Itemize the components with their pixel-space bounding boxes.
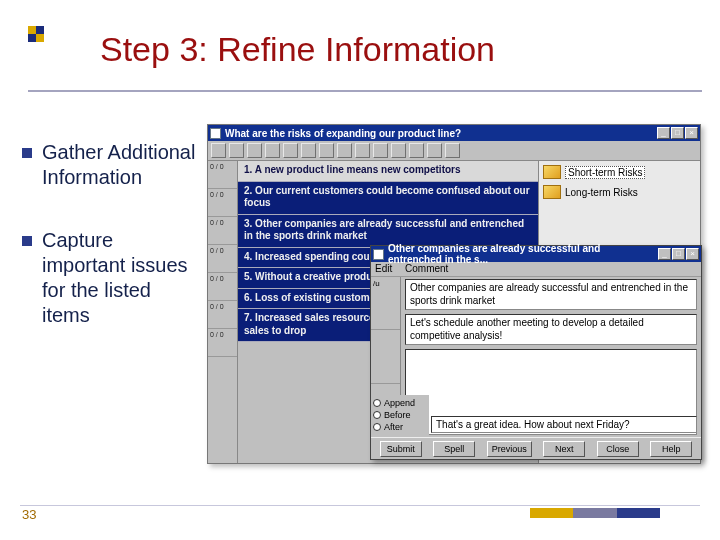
bullet-text: Capture important issues for the listed … [42, 228, 202, 328]
toolbar-button[interactable] [355, 143, 370, 158]
page-number: 33 [22, 507, 36, 522]
radio-after[interactable]: After [373, 422, 427, 432]
submit-button[interactable]: Submit [380, 441, 422, 457]
bullet-list: Gather Additional Information Capture im… [22, 140, 202, 366]
comment-input[interactable]: That's a great idea. How about next Frid… [431, 416, 697, 433]
list-item[interactable]: 2. Our current customers could become co… [238, 182, 538, 215]
title-underline [28, 90, 702, 92]
comment-dialog: Other companies are already successful a… [370, 245, 702, 460]
bullet-item: Gather Additional Information [22, 140, 202, 190]
gutter-cell [371, 330, 400, 383]
gutter-cell: 0 / 0 [208, 245, 237, 273]
gutter-cell: 0 / 0 [208, 273, 237, 301]
radio-before[interactable]: Before [373, 410, 427, 420]
toolbar-button[interactable] [337, 143, 352, 158]
toolbar-button[interactable] [247, 143, 262, 158]
footer-accent [530, 508, 660, 518]
toolbar-button[interactable] [409, 143, 424, 158]
toolbar-button[interactable] [229, 143, 244, 158]
dialog-title: Other companies are already successful a… [388, 243, 654, 265]
dialog-titlebar[interactable]: Other companies are already successful a… [371, 246, 701, 262]
gutter-cell: /u [371, 277, 400, 330]
menu-edit[interactable]: Edit [375, 263, 392, 274]
gutter-cell: 0 / 0 [208, 189, 237, 217]
menu-comment[interactable]: Comment [405, 263, 448, 274]
bullet-text: Gather Additional Information [42, 140, 202, 190]
close-button[interactable]: Close [597, 441, 639, 457]
list-item[interactable]: 1. A new product line means new competit… [238, 161, 538, 182]
category-label: Long-term Risks [565, 187, 638, 198]
radio-append[interactable]: Append [373, 398, 427, 408]
gutter-cell: 0 / 0 [208, 217, 237, 245]
footer-rule [20, 505, 700, 506]
previous-button[interactable]: Previous [487, 441, 532, 457]
folder-icon [543, 185, 561, 199]
insert-mode-group: Append Before After [371, 395, 429, 437]
app-titlebar[interactable]: What are the risks of expanding our prod… [208, 125, 700, 141]
category-item[interactable]: Short-term Risks [543, 165, 696, 179]
bullet-marker-icon [22, 236, 32, 246]
toolbar-button[interactable] [427, 143, 442, 158]
toolbar-button[interactable] [211, 143, 226, 158]
maximize-button[interactable]: □ [672, 248, 685, 260]
close-button[interactable]: × [686, 248, 699, 260]
gutter-cell: 0 / 0 [208, 161, 237, 189]
bullet-marker-icon [22, 148, 32, 158]
dialog-icon [373, 249, 384, 260]
maximize-button[interactable]: □ [671, 127, 684, 139]
page-title: Step 3: Refine Information [100, 30, 495, 69]
next-button[interactable]: Next [543, 441, 585, 457]
toolbar-button[interactable] [445, 143, 460, 158]
minimize-button[interactable]: _ [658, 248, 671, 260]
comment-text: Other companies are already successful a… [405, 279, 697, 310]
bullet-item: Capture important issues for the listed … [22, 228, 202, 328]
dialog-button-row: Submit Spell Previous Next Close Help [371, 437, 701, 459]
vote-gutter: 0 / 0 0 / 0 0 / 0 0 / 0 0 / 0 0 / 0 0 / … [208, 161, 238, 463]
app-icon [210, 128, 221, 139]
toolbar-button[interactable] [283, 143, 298, 158]
toolbar-button[interactable] [319, 143, 334, 158]
spell-button[interactable]: Spell [433, 441, 475, 457]
app-title: What are the risks of expanding our prod… [225, 128, 653, 139]
toolbar-button[interactable] [265, 143, 280, 158]
category-label: Short-term Risks [565, 166, 645, 179]
toolbar [208, 141, 700, 161]
folder-icon [543, 165, 561, 179]
minimize-button[interactable]: _ [657, 127, 670, 139]
gutter-cell: 0 / 0 [208, 329, 237, 357]
close-button[interactable]: × [685, 127, 698, 139]
toolbar-button[interactable] [391, 143, 406, 158]
category-item[interactable]: Long-term Risks [543, 185, 696, 199]
gutter-cell: 0 / 0 [208, 301, 237, 329]
title-accent [28, 26, 44, 42]
comment-text: Let's schedule another meeting to develo… [405, 314, 697, 345]
help-button[interactable]: Help [650, 441, 692, 457]
toolbar-button[interactable] [301, 143, 316, 158]
toolbar-button[interactable] [373, 143, 388, 158]
